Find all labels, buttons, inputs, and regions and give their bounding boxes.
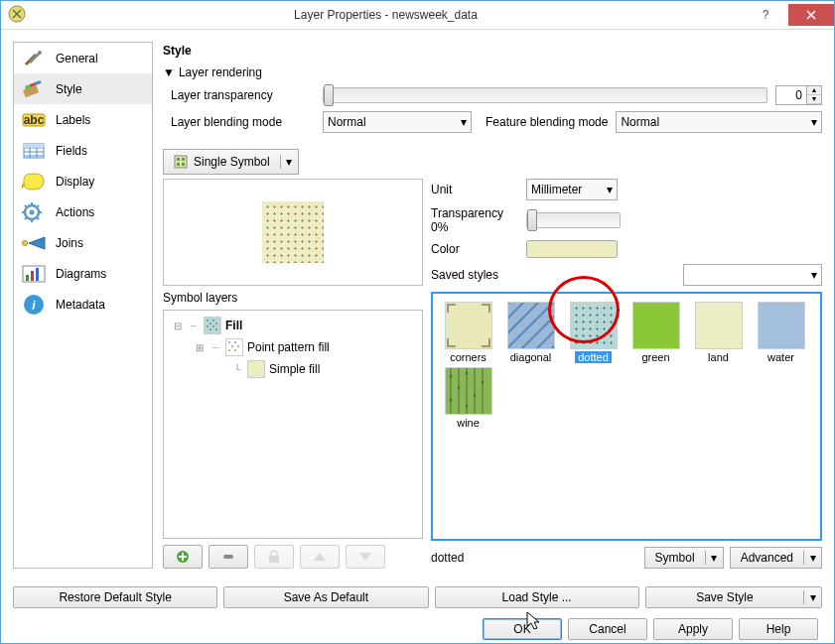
- group-label: Layer rendering: [179, 65, 262, 79]
- style-item-water[interactable]: water: [754, 302, 808, 363]
- svg-rect-41: [223, 555, 233, 559]
- symbol-preview: [163, 179, 423, 286]
- apply-button[interactable]: Apply: [653, 618, 733, 640]
- layer-rendering-toggle[interactable]: ▼ Layer rendering: [163, 64, 822, 81]
- svg-rect-20: [31, 271, 34, 281]
- chevron-down-icon[interactable]: ▾: [705, 551, 723, 565]
- color-button[interactable]: [526, 240, 618, 258]
- general-icon: [20, 48, 48, 69]
- sidebar-item-fields[interactable]: Fields: [14, 135, 152, 166]
- spin-up[interactable]: ▲: [807, 86, 821, 95]
- app-icon: [7, 4, 29, 26]
- sidebar-item-style[interactable]: Style: [14, 73, 152, 104]
- sidebar-item-actions[interactable]: Actions: [14, 196, 152, 227]
- move-up-button[interactable]: [300, 545, 340, 569]
- help-titlebar-button[interactable]: ?: [743, 4, 788, 26]
- sidebar-item-labels[interactable]: abc Labels: [14, 104, 152, 135]
- lock-layer-button[interactable]: [254, 545, 294, 569]
- feature-blending-combo[interactable]: Normal▾: [616, 111, 822, 133]
- panel-title: Style: [163, 42, 822, 60]
- tree-item-fill[interactable]: ⊟ ┈ Fill: [168, 315, 418, 336]
- sidebar-item-diagrams[interactable]: Diagrams: [14, 258, 152, 289]
- blending-combo[interactable]: Normal▾: [323, 111, 472, 133]
- sidebar-label: General: [56, 52, 98, 65]
- tree-label: Fill: [225, 319, 242, 332]
- svg-point-38: [228, 349, 230, 351]
- load-style-button[interactable]: Load Style ...: [435, 586, 639, 608]
- unit-label: Unit: [431, 183, 520, 196]
- transparency-slider[interactable]: [323, 87, 767, 103]
- sidebar-item-general[interactable]: General: [14, 43, 152, 73]
- style-item-wine[interactable]: wine: [441, 367, 495, 429]
- style-item-dotted[interactable]: dotted: [566, 302, 621, 363]
- sidebar-label: Joins: [56, 236, 83, 250]
- svg-point-26: [207, 320, 209, 322]
- remove-layer-button[interactable]: [209, 545, 248, 569]
- move-down-button[interactable]: [346, 545, 385, 569]
- style-item-diagonal[interactable]: diagonal: [503, 302, 558, 363]
- unit-combo[interactable]: Millimeter▾: [526, 179, 618, 200]
- chevron-down-icon[interactable]: ▾: [280, 155, 298, 169]
- symbol-transparency-slider[interactable]: [526, 212, 621, 228]
- style-item-green[interactable]: green: [628, 302, 683, 363]
- sidebar-label: Style: [56, 82, 82, 96]
- close-titlebar-button[interactable]: [788, 4, 834, 26]
- category-sidebar: General Style abc Labels Fields Display …: [13, 42, 153, 569]
- actions-icon: [20, 201, 48, 223]
- style-name: land: [708, 351, 729, 363]
- transparency2-label: Transparency 0%: [431, 206, 520, 234]
- chevron-down-icon: ▾: [811, 115, 817, 129]
- help-button[interactable]: Help: [739, 618, 818, 640]
- selected-style-name: dotted: [431, 551, 638, 565]
- svg-rect-24: [175, 156, 187, 168]
- style-name: diagonal: [510, 351, 552, 363]
- transparency-spinbox[interactable]: ▲▼: [775, 85, 822, 105]
- cancel-button[interactable]: Cancel: [568, 618, 647, 640]
- transparency-label: Layer transparency: [171, 88, 315, 102]
- saved-styles-combo[interactable]: ▾: [683, 264, 822, 286]
- style-item-corners[interactable]: corners: [441, 302, 495, 363]
- ok-button[interactable]: OK: [483, 618, 562, 640]
- svg-point-35: [234, 341, 236, 343]
- symbol-type-selector[interactable]: Single Symbol ▾: [163, 149, 299, 175]
- svg-rect-19: [26, 275, 29, 281]
- sidebar-label: Metadata: [56, 298, 105, 312]
- symbol-layers-tree[interactable]: ⊟ ┈ Fill ⊞ ┈ Point pattern fill └: [163, 310, 423, 539]
- chevron-down-icon[interactable]: ▾: [803, 590, 821, 604]
- svg-rect-42: [269, 556, 279, 563]
- chevron-down-icon: ▾: [811, 268, 817, 282]
- svg-point-39: [234, 349, 236, 351]
- add-layer-button[interactable]: [163, 545, 203, 569]
- metadata-icon: i: [20, 294, 48, 316]
- chevron-down-icon[interactable]: ▾: [803, 551, 821, 565]
- restore-default-button[interactable]: Restore Default Style: [13, 586, 217, 608]
- svg-text:abc: abc: [24, 113, 45, 127]
- sidebar-item-joins[interactable]: Joins: [14, 227, 152, 258]
- transparency-input[interactable]: [776, 88, 806, 102]
- tree-collapse-icon[interactable]: ⊟: [172, 321, 184, 331]
- spin-down[interactable]: ▼: [807, 95, 821, 104]
- tree-expand-icon[interactable]: ⊞: [194, 342, 206, 353]
- style-icon: [20, 78, 48, 100]
- symbol-menu-button[interactable]: Symbol▾: [644, 547, 724, 569]
- svg-rect-21: [36, 268, 39, 281]
- blending-label: Layer blending mode: [171, 115, 315, 129]
- layer-rendering-group: ▼ Layer rendering Layer transparency ▲▼ …: [163, 64, 822, 139]
- svg-point-1: [38, 51, 42, 55]
- tree-item-simple-fill[interactable]: └ Simple fill: [168, 358, 418, 380]
- sidebar-label: Display: [56, 175, 94, 189]
- tree-item-point-pattern[interactable]: ⊞ ┈ Point pattern fill: [168, 336, 418, 358]
- svg-point-29: [215, 322, 217, 324]
- style-item-land[interactable]: land: [691, 302, 746, 363]
- sidebar-item-display[interactable]: Display: [14, 166, 152, 196]
- chevron-down-icon: ▾: [461, 115, 467, 129]
- advanced-menu-button[interactable]: Advanced▾: [730, 547, 822, 569]
- save-style-button[interactable]: Save Style▾: [645, 586, 822, 608]
- save-as-default-button[interactable]: Save As Default: [223, 586, 428, 608]
- fields-icon: [20, 140, 48, 162]
- sidebar-item-metadata[interactable]: i Metadata: [14, 289, 152, 320]
- single-symbol-icon: [174, 155, 188, 169]
- chevron-down-icon: ▾: [607, 183, 613, 196]
- styles-gallery[interactable]: corners diagonal dotted green: [431, 292, 822, 541]
- svg-point-63: [465, 405, 467, 407]
